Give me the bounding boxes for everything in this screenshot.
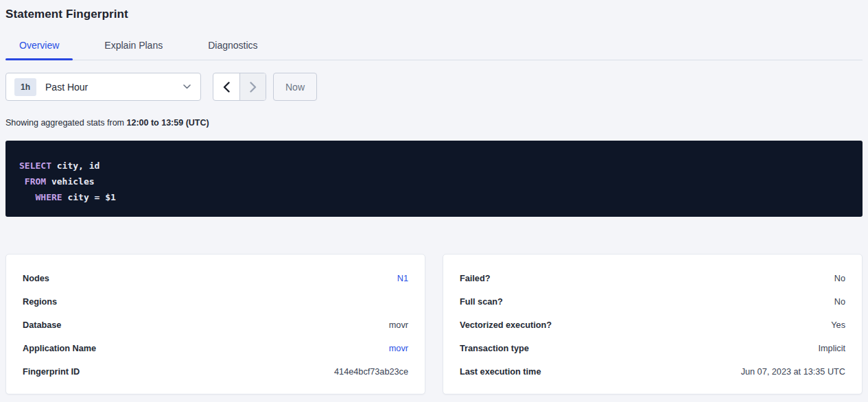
tab-diagnostics[interactable]: Diagnostics xyxy=(194,34,271,60)
row-value: 414e4bcf73ab23ce xyxy=(334,367,408,377)
sql-keyword: SELECT xyxy=(19,161,51,171)
table-row: Application Name movr xyxy=(23,337,408,360)
row-value: Jun 07, 2023 at 13:35 UTC xyxy=(741,367,845,377)
row-value: Implicit xyxy=(819,344,845,353)
page-title: Statement Fingerprint xyxy=(5,0,863,21)
sql-keyword: FROM xyxy=(25,176,46,187)
chevron-down-icon xyxy=(183,84,191,89)
tab-overview[interactable]: Overview xyxy=(5,34,73,60)
row-label: Fingerprint ID xyxy=(23,367,80,377)
time-range-badge: 1h xyxy=(14,78,36,96)
row-label: Regions xyxy=(23,297,57,307)
row-label: Last execution time xyxy=(460,367,541,377)
row-value: movr xyxy=(389,320,408,330)
row-label: Nodes xyxy=(23,274,49,283)
row-value: Yes xyxy=(831,320,845,330)
table-row: Nodes N1 xyxy=(23,267,408,290)
aggregated-stats-range: 12:00 to 13:59 (UTC) xyxy=(127,118,209,128)
time-range-picker[interactable]: 1h Past Hour xyxy=(5,73,201,101)
row-label: Vectorized execution? xyxy=(460,320,552,330)
row-label: Failed? xyxy=(460,274,490,283)
tab-bar: Overview Explain Plans Diagnostics xyxy=(5,34,863,60)
statement-details-card: Nodes N1 Regions Database movr Applicati… xyxy=(5,254,425,394)
execution-details-card: Failed? No Full scan? No Vectorized exec… xyxy=(443,254,863,394)
prev-time-button[interactable] xyxy=(213,73,239,100)
row-value: No xyxy=(834,274,845,283)
row-label: Database xyxy=(23,320,61,330)
tab-explain-plans[interactable]: Explain Plans xyxy=(91,34,176,60)
next-time-button[interactable] xyxy=(239,73,266,100)
row-label: Transaction type xyxy=(460,344,529,353)
row-value: No xyxy=(834,297,845,307)
table-row: Vectorized execution? Yes xyxy=(460,314,845,337)
sql-statement-box: SELECT city, id FROM vehicles WHERE city… xyxy=(5,141,863,217)
time-toolbar: 1h Past Hour Now xyxy=(5,73,863,101)
aggregated-stats-text: Showing aggregated stats from 12:00 to 1… xyxy=(5,118,863,128)
app-name-link[interactable]: movr xyxy=(389,344,408,353)
chevron-left-icon xyxy=(223,82,230,93)
table-row: Transaction type Implicit xyxy=(460,337,845,360)
table-row: Fingerprint ID 414e4bcf73ab23ce xyxy=(23,360,408,383)
detail-cards: Nodes N1 Regions Database movr Applicati… xyxy=(5,254,863,394)
table-row: Database movr xyxy=(23,314,408,337)
time-range-label: Past Hour xyxy=(45,82,183,93)
time-step-group xyxy=(213,73,266,101)
row-label: Full scan? xyxy=(460,297,503,307)
sql-keyword: WHERE xyxy=(35,192,62,202)
table-row: Last execution time Jun 07, 2023 at 13:3… xyxy=(460,360,845,383)
table-row: Full scan? No xyxy=(460,290,845,314)
table-row: Regions xyxy=(23,290,408,314)
chevron-right-icon xyxy=(250,82,257,93)
now-button[interactable]: Now xyxy=(273,73,317,101)
row-label: Application Name xyxy=(23,344,96,353)
table-row: Failed? No xyxy=(460,267,845,290)
nodes-link[interactable]: N1 xyxy=(397,274,408,283)
aggregated-stats-prefix: Showing aggregated stats from xyxy=(5,118,127,128)
